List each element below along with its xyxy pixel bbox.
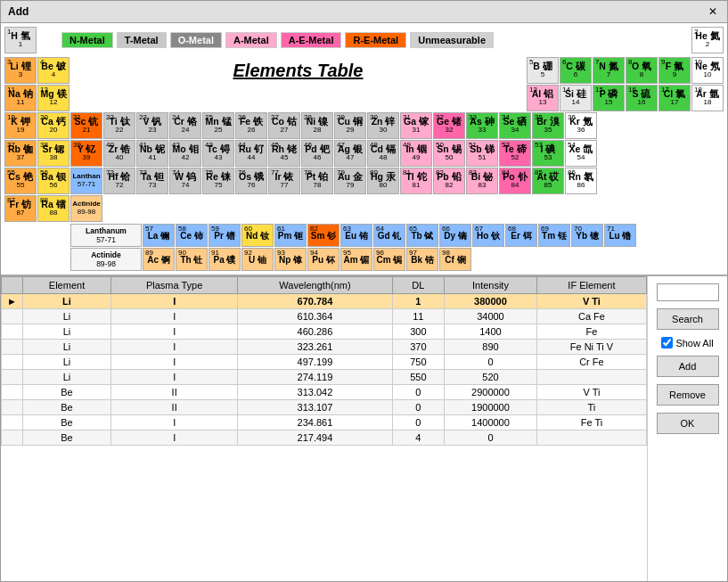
nd-cell[interactable]: 60Nd 钕 (241, 224, 274, 247)
ac-cell[interactable]: 89Ac 锕 (143, 248, 175, 271)
pt-cell[interactable]: 78Pt 铂78 (301, 168, 333, 194)
ir-cell[interactable]: 77Ir 铱77 (268, 168, 300, 194)
rn-cell[interactable]: 86Rn 氡86 (565, 168, 597, 194)
w-cell[interactable]: 74W 钨74 (169, 168, 201, 194)
i-cell[interactable]: 53I 碘53 (532, 140, 564, 167)
th-cell[interactable]: 90Th 钍 (176, 248, 208, 271)
am-cell[interactable]: 95Am 镅 (340, 248, 372, 271)
pd-cell[interactable]: 46Pd 钯46 (301, 140, 333, 167)
zr-cell[interactable]: 40Zr 锆40 (103, 140, 135, 167)
la-cell[interactable]: 57La 镧 (143, 224, 175, 247)
pu-cell[interactable]: 94Pu 钚 (307, 248, 339, 271)
show-all-checkbox[interactable] (661, 337, 673, 348)
cs-cell[interactable]: 55Cs 铯55 (4, 168, 37, 194)
pr-cell[interactable]: 59Pr 镨 (209, 224, 241, 247)
fr-cell[interactable]: 87Fr 钫87 (4, 195, 37, 222)
search-input[interactable] (657, 283, 719, 301)
bi-cell[interactable]: 83Bi 铋83 (466, 168, 498, 194)
po-cell[interactable]: 84Po 钋84 (499, 168, 531, 194)
xe-cell[interactable]: 54Xe 氙54 (565, 140, 597, 167)
c-cell[interactable]: 6 C 碳 6 (560, 57, 592, 84)
table-row[interactable]: LiI610.3641134000Ca Fe (2, 309, 647, 324)
li-cell[interactable]: 3 Li 锂 3 (4, 57, 37, 84)
table-row[interactable]: BeI217.49440 (2, 430, 647, 446)
table-scroll[interactable]: Element Plasma Type Wavelength(nm) DL In… (1, 276, 647, 581)
fe-cell[interactable]: 26Fe 铁26 (235, 112, 267, 139)
at-cell[interactable]: 85At 砹85 (532, 168, 564, 194)
si-cell[interactable]: 14 Si 硅 14 (560, 85, 592, 111)
cr-cell[interactable]: 24Cr 铬24 (169, 112, 201, 139)
tl-cell[interactable]: 81Tl 铊81 (400, 168, 432, 194)
pb-cell[interactable]: 82Pb 铅82 (433, 168, 465, 194)
ok-button[interactable]: OK (657, 413, 719, 434)
hf-cell[interactable]: 72Hf 铪72 (103, 168, 135, 194)
cf-cell[interactable]: 98Cf 锎 (439, 248, 471, 271)
te-cell[interactable]: 52Te 碲52 (499, 140, 531, 167)
tm-cell[interactable]: 69Tm 铥 (538, 224, 570, 247)
table-row[interactable]: ►LiI670.7841380000V Ti (2, 294, 647, 309)
table-row[interactable]: LiI460.2863001400Fe (2, 324, 647, 340)
legend-remetal[interactable]: R-E-Metal (345, 32, 406, 48)
pa-cell[interactable]: 91Pa 镤 (209, 248, 241, 271)
os-cell[interactable]: 76Os 锇76 (235, 168, 267, 194)
o-cell[interactable]: 8 O 氧 8 (626, 57, 658, 84)
kr-cell[interactable]: 36Kr 氪36 (565, 112, 597, 139)
close-button[interactable]: ✕ (706, 4, 720, 19)
ge-cell[interactable]: 32Ge 锗32 (433, 112, 465, 139)
ti-cell[interactable]: 22Ti 钛22 (103, 112, 135, 139)
add-button[interactable]: Add (657, 356, 719, 377)
ho-cell[interactable]: 67Ho 钬 (472, 224, 504, 247)
n-cell[interactable]: 7 N 氮 7 (593, 57, 625, 84)
au-cell[interactable]: 79Au 金79 (334, 168, 366, 194)
sm-cell[interactable]: 62Sm 钐 (307, 224, 339, 247)
he-cell[interactable]: 2 He 氦 2 (691, 27, 724, 53)
ar-cell[interactable]: 18 Ar 氩 18 (691, 85, 724, 111)
legend-ametal[interactable]: A-Metal (225, 32, 277, 48)
f-cell[interactable]: 9 F 氟 9 (658, 57, 691, 84)
mn-cell[interactable]: 25Mn 锰25 (202, 112, 234, 139)
hg-cell[interactable]: 80Hg 汞80 (367, 168, 399, 194)
k-cell[interactable]: 19K 钾19 (4, 112, 37, 139)
sb-cell[interactable]: 51Sb 锑51 (466, 140, 498, 167)
al-cell[interactable]: 13 Al 铝 13 (527, 85, 559, 111)
legend-ometal[interactable]: O-Metal (170, 32, 222, 48)
v-cell[interactable]: 23V 钒23 (136, 112, 168, 139)
p-cell[interactable]: 15 P 磷 15 (593, 85, 625, 111)
tb-cell[interactable]: 65Tb 铽 (406, 224, 438, 247)
s-cell[interactable]: 16 S 硫 16 (626, 85, 658, 111)
re-cell[interactable]: 75Re 铼75 (202, 168, 234, 194)
lu-cell[interactable]: 71Lu 镥 (604, 224, 636, 247)
ce-cell[interactable]: 58Ce 铈 (176, 224, 208, 247)
ru-cell[interactable]: 44Ru 钌44 (235, 140, 267, 167)
ta-cell[interactable]: 73Ta 钽73 (136, 168, 168, 194)
legend-tmetal[interactable]: T-Metal (117, 32, 167, 48)
se-cell[interactable]: 34Se 硒34 (499, 112, 531, 139)
u-cell[interactable]: 92U 铀 (241, 248, 274, 271)
ne-cell[interactable]: 10 Ne 氖 10 (691, 57, 724, 84)
ra-cell[interactable]: 88Ra 镭88 (37, 195, 70, 222)
gd-cell[interactable]: 64Gd 钆 (373, 224, 405, 247)
pm-cell[interactable]: 61Pm 钷 (274, 224, 307, 247)
cd-cell[interactable]: 48Cd 镉48 (367, 140, 399, 167)
as-cell[interactable]: 33As 砷33 (466, 112, 498, 139)
table-row[interactable]: LiI323.261370890Fe Ni Ti V (2, 340, 647, 355)
ga-cell[interactable]: 31Ga 镓31 (400, 112, 432, 139)
ni-cell[interactable]: 28Ni 镍28 (301, 112, 333, 139)
na-cell[interactable]: 11 Na 钠 11 (4, 85, 37, 111)
cl-cell[interactable]: 17 Cl 氯 17 (658, 85, 691, 111)
nb-cell[interactable]: 41Nb 铌41 (136, 140, 168, 167)
h-cell[interactable]: 1 H 氢 1 (4, 27, 37, 53)
mg-cell[interactable]: 12 Mg 镁 12 (37, 85, 70, 111)
be-cell[interactable]: 4 Be 铍 4 (37, 57, 70, 84)
bk-cell[interactable]: 97Bk 锫 (406, 248, 438, 271)
np-cell[interactable]: 93Np 镎 (274, 248, 307, 271)
search-button[interactable]: Search (657, 308, 719, 330)
remove-button[interactable]: Remove (657, 384, 719, 406)
in-cell[interactable]: 49In 铟49 (400, 140, 432, 167)
cm-cell[interactable]: 96Cm 锔 (373, 248, 405, 271)
sr-cell[interactable]: 38Sr 锶38 (37, 140, 70, 167)
table-row[interactable]: BeII313.04202900000V Ti (2, 385, 647, 400)
er-cell[interactable]: 68Er 铒 (505, 224, 537, 247)
mo-cell[interactable]: 42Mo 钼42 (169, 140, 201, 167)
ca-cell[interactable]: 20Ca 钙20 (37, 112, 70, 139)
